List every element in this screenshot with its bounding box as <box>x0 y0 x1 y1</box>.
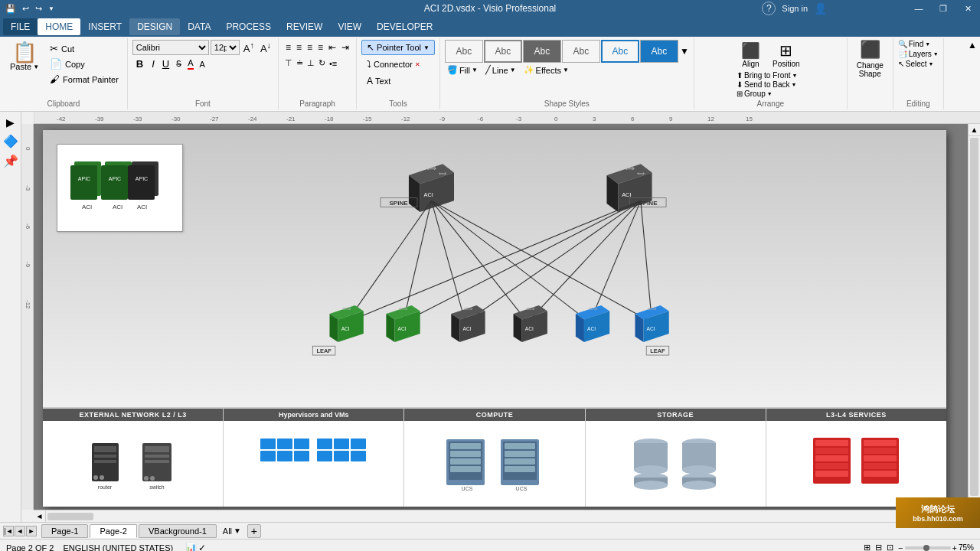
bullets-button[interactable]: •≡ <box>328 57 338 70</box>
menu-file[interactable]: FILE <box>3 18 38 35</box>
zoom-thumb[interactable] <box>923 545 929 551</box>
indent-increase-button[interactable]: ⇥ <box>339 40 351 55</box>
scroll-left-button[interactable]: ◄ <box>34 510 46 523</box>
menu-process[interactable]: PROCESS <box>218 18 279 35</box>
page-next-button[interactable]: ► <box>26 526 37 536</box>
underline-button[interactable]: U <box>159 57 172 70</box>
view-mode-1[interactable]: ⊞ <box>864 543 871 551</box>
cut-button[interactable]: ✂ Cut <box>46 41 122 56</box>
canvas[interactable]: ACI APIC APIC <box>34 124 968 510</box>
text-bottom-button[interactable]: ⊥ <box>305 57 316 70</box>
help-button[interactable]: ? <box>762 2 776 15</box>
format-painter-button[interactable]: 🖌 Format Painter <box>46 72 122 86</box>
align-button[interactable]: ⬛ Align <box>737 40 765 70</box>
font-color-button[interactable]: A <box>185 57 195 70</box>
shrink-font-button[interactable]: A↓ <box>258 40 273 55</box>
tab-vbackground[interactable]: VBackground-1 <box>139 524 217 538</box>
position-button[interactable]: ⊞ Position <box>768 40 805 70</box>
bold-button[interactable]: B <box>132 57 147 71</box>
menu-review[interactable]: REVIEW <box>279 18 330 35</box>
send-to-back-button[interactable]: ⬇ Send to Back ▼ <box>737 80 798 89</box>
connector-button[interactable]: ⤵ Connector ✕ <box>361 57 435 72</box>
scrollbar-right[interactable]: ▲ ▼ <box>968 124 980 510</box>
group-button[interactable]: ⊞ Group ▼ <box>737 90 798 98</box>
stencil-button[interactable]: 📌 <box>2 152 20 170</box>
svg-rect-138 <box>505 466 535 472</box>
select-button[interactable]: ↖ Select ▼ <box>898 60 934 68</box>
bring-front-icon: ⬆ <box>737 71 743 80</box>
collapse-ribbon-button[interactable]: ▲ <box>968 40 977 51</box>
shape-style-6[interactable]: Abc <box>640 40 678 63</box>
line-button[interactable]: ╱ Line ▼ <box>483 64 518 76</box>
shape-style-1[interactable]: Abc <box>445 40 483 63</box>
menu-developer[interactable]: DEVELOPER <box>369 18 440 35</box>
restore-button[interactable]: ❐ <box>931 0 956 17</box>
paste-button[interactable]: 📋 Paste ▼ <box>5 40 44 72</box>
zoom-slider[interactable] <box>905 546 951 549</box>
find-button[interactable]: 🔍 Find ▼ <box>898 40 930 48</box>
font-size-select[interactable]: 12pt <box>211 40 240 55</box>
zoom-in-button[interactable]: + <box>952 543 957 552</box>
shape-style-3[interactable]: Abc <box>523 40 561 63</box>
bring-to-front-button[interactable]: ⬆ Bring to Front ▼ <box>737 71 798 80</box>
strikethrough-button[interactable]: S̶ <box>174 58 184 70</box>
minimize-button[interactable]: — <box>906 0 931 17</box>
font-name-select[interactable]: Calibri <box>132 40 209 55</box>
svg-text:⟺: ⟺ <box>464 305 473 312</box>
qa-dropdown-icon[interactable]: ▼ <box>46 5 57 12</box>
sign-in-button[interactable]: Sign in <box>782 4 808 13</box>
text-top-button[interactable]: ⊤ <box>283 57 294 70</box>
zoom-out-button[interactable]: − <box>898 543 903 552</box>
connector-close-button[interactable]: ✕ <box>415 61 420 68</box>
view-mode-3[interactable]: ⊡ <box>887 543 893 551</box>
align-center-button[interactable]: ≡ <box>294 40 304 55</box>
align-right-button[interactable]: ≡ <box>305 40 315 55</box>
svg-rect-156 <box>815 463 848 469</box>
pointer-tool-button[interactable]: ↖ Pointer Tool ▼ <box>361 40 435 55</box>
effects-button[interactable]: ✨ Effects ▼ <box>521 64 571 76</box>
save-icon[interactable]: 💾 <box>3 4 18 14</box>
menu-view[interactable]: VIEW <box>330 18 369 35</box>
redo-icon[interactable]: ↪ <box>33 4 44 14</box>
shape-style-2[interactable]: Abc <box>484 40 522 63</box>
grow-font-button[interactable]: A↑ <box>241 40 256 55</box>
shapes-panel-button[interactable]: 🔷 <box>2 132 20 150</box>
tab-page2[interactable]: Page-2 <box>90 524 136 538</box>
align-left-button[interactable]: ≡ <box>283 40 293 55</box>
text-rotate-button[interactable]: ↻ <box>317 57 327 70</box>
menu-data[interactable]: DATA <box>180 18 218 35</box>
menu-home[interactable]: HOME <box>38 18 80 35</box>
scroll-up-button[interactable]: ▲ <box>969 124 980 136</box>
status-icon-2[interactable]: ✓ <box>198 543 206 552</box>
scroll-thumb-horizontal[interactable] <box>47 513 93 520</box>
tab-page1[interactable]: Page-1 <box>41 524 88 538</box>
layers-button[interactable]: 📑 Layers ▼ <box>898 50 939 58</box>
page-prev-button[interactable]: ◄ <box>15 526 25 536</box>
page-first-button[interactable]: |◄ <box>3 526 14 536</box>
svg-rect-125 <box>351 451 366 461</box>
text-middle-button[interactable]: ≐ <box>295 57 305 70</box>
undo-icon[interactable]: ↩ <box>20 4 31 14</box>
fill-button[interactable]: 🪣 Fill ▼ <box>445 64 480 76</box>
justify-button[interactable]: ≡ <box>315 40 325 55</box>
sidebar-expand-button[interactable]: ▶ <box>5 115 16 130</box>
text-tool-button[interactable]: A Text <box>361 73 435 89</box>
indent-decrease-button[interactable]: ⇤ <box>326 40 338 55</box>
scroll-thumb-vertical[interactable] <box>970 138 978 496</box>
menu-insert[interactable]: INSERT <box>80 18 129 35</box>
tab-all[interactable]: All ▼ <box>218 524 246 538</box>
copy-button[interactable]: 📄 Copy <box>46 57 122 71</box>
view-mode-2[interactable]: ⊟ <box>875 543 882 551</box>
change-shape-button[interactable]: ⬛ <box>860 40 880 60</box>
text-highlight-button[interactable]: A <box>198 59 207 70</box>
shape-style-4[interactable]: Abc <box>562 40 600 63</box>
status-icon-1[interactable]: 📊 <box>185 543 197 552</box>
italic-button[interactable]: I <box>149 57 158 70</box>
close-button[interactable]: ✕ <box>956 0 980 17</box>
svg-point-145 <box>634 481 668 490</box>
shape-style-5[interactable]: Abc <box>601 40 639 63</box>
find-icon: 🔍 <box>898 40 907 48</box>
menu-design[interactable]: DESIGN <box>129 18 180 35</box>
shape-styles-more-button[interactable]: ▼ <box>680 46 689 57</box>
add-page-button[interactable]: + <box>247 524 261 538</box>
